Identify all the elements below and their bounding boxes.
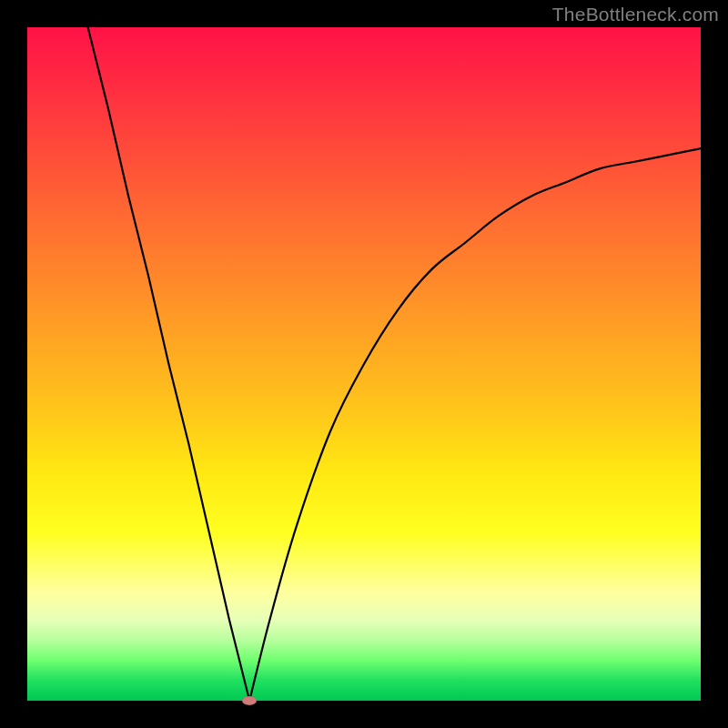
bottleneck-curve — [88, 27, 701, 701]
watermark-text: TheBottleneck.com — [552, 4, 719, 25]
global-minimum-marker — [242, 696, 257, 705]
plot-area — [27, 27, 701, 701]
curve-svg — [27, 27, 701, 701]
chart-frame: TheBottleneck.com — [0, 0, 728, 728]
